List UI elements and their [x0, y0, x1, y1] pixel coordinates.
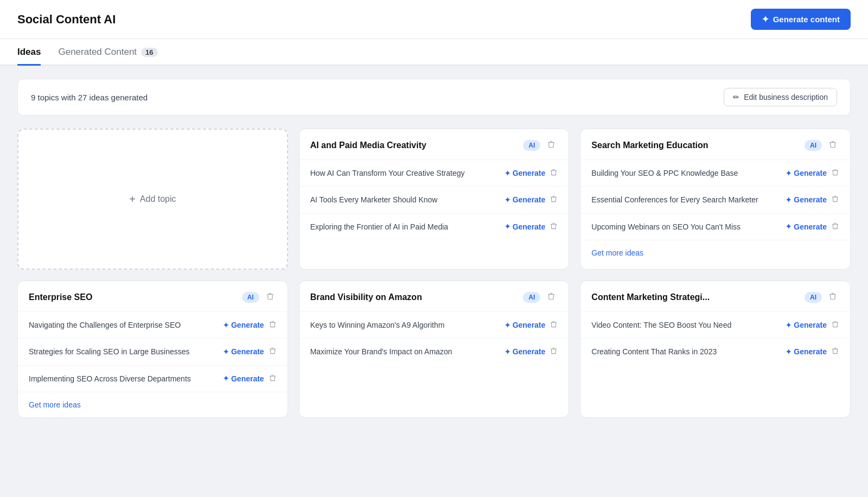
idea-row-brand-amazon-1: Maximize Your Brand's Impact on Amazon✦G… [299, 339, 569, 365]
ai-badge-content-marketing: AI [805, 292, 822, 303]
delete-idea-icon-enterprise-seo-0[interactable] [269, 320, 277, 330]
generate-idea-button-enterprise-seo-1[interactable]: ✦Generate [223, 347, 264, 356]
idea-text-search-marketing-2: Upcoming Webinars on SEO You Can't Miss [591, 221, 779, 232]
svg-rect-1 [550, 141, 553, 142]
svg-rect-28 [551, 349, 557, 349]
tabs-bar: Ideas Generated Content 16 [0, 39, 868, 66]
topic-header-actions-brand-amazon: AI [523, 291, 558, 304]
delete-idea-icon-enterprise-seo-1[interactable] [269, 347, 277, 356]
generate-sparkle-icon: ✦ [505, 196, 510, 204]
generate-idea-button-search-marketing-1[interactable]: ✦Generate [786, 195, 827, 204]
svg-rect-7 [552, 223, 555, 224]
delete-idea-icon-ai-paid-media-1[interactable] [550, 195, 558, 205]
get-more-ideas-enterprise-seo: Get more ideas [18, 392, 288, 417]
generate-sparkle-icon: ✦ [786, 321, 792, 329]
generate-idea-button-ai-paid-media-2[interactable]: ✦Generate [505, 222, 546, 231]
edit-business-description-button[interactable]: ✏ Edit business description [724, 88, 837, 106]
generate-idea-button-ai-paid-media-1[interactable]: ✦Generate [505, 195, 546, 204]
get-more-ideas-search-marketing: Get more ideas [580, 240, 850, 265]
get-more-ideas-link-enterprise-seo[interactable]: Get more ideas [29, 400, 81, 409]
delete-idea-icon-search-marketing-2[interactable] [831, 222, 839, 232]
idea-actions-ai-paid-media-2: ✦Generate [505, 222, 558, 232]
topic-card-ai-paid-media: AI and Paid Media CreativityAIHow AI Can… [299, 129, 570, 270]
delete-idea-icon-search-marketing-1[interactable] [831, 195, 839, 205]
svg-rect-31 [831, 293, 834, 294]
svg-rect-13 [834, 196, 837, 196]
svg-rect-24 [548, 294, 554, 295]
svg-rect-34 [832, 349, 838, 349]
svg-rect-26 [551, 322, 557, 323]
generate-idea-button-search-marketing-0[interactable]: ✦Generate [786, 169, 827, 177]
idea-actions-search-marketing-2: ✦Generate [786, 222, 839, 232]
generate-idea-button-brand-amazon-0[interactable]: ✦Generate [505, 321, 546, 329]
delete-idea-icon-brand-amazon-0[interactable] [550, 320, 558, 330]
tab-ideas[interactable]: Ideas [17, 39, 41, 66]
delete-idea-icon-brand-amazon-1[interactable] [550, 347, 558, 356]
generate-btn-label: Generate [231, 347, 264, 356]
svg-rect-3 [552, 169, 555, 170]
svg-rect-18 [270, 322, 276, 323]
get-more-ideas-link-search-marketing[interactable]: Get more ideas [591, 248, 643, 257]
generate-idea-button-search-marketing-2[interactable]: ✦Generate [786, 222, 827, 231]
svg-rect-21 [271, 348, 274, 348]
svg-rect-15 [834, 223, 837, 224]
topic-card-search-marketing: Search Marketing EducationAIBuilding You… [580, 129, 851, 270]
topic-title-search-marketing: Search Marketing Education [591, 141, 805, 150]
generate-idea-button-content-marketing-1[interactable]: ✦Generate [786, 347, 827, 356]
idea-row-enterprise-seo-0: Navigating the Challenges of Enterprise … [18, 312, 288, 339]
generate-idea-button-enterprise-seo-2[interactable]: ✦Generate [223, 374, 264, 383]
delete-idea-icon-search-marketing-0[interactable] [831, 168, 839, 178]
sparkle-icon: ✦ [762, 14, 769, 24]
generate-idea-button-ai-paid-media-0[interactable]: ✦Generate [505, 169, 546, 177]
idea-actions-enterprise-seo-2: ✦Generate [223, 374, 277, 384]
topic-header-actions-search-marketing: AI [805, 139, 839, 152]
svg-rect-4 [551, 197, 557, 197]
svg-rect-30 [829, 294, 836, 295]
svg-rect-35 [834, 348, 837, 348]
topic-title-ai-paid-media: AI and Paid Media Creativity [310, 141, 524, 150]
generate-btn-label: Generate [231, 374, 264, 383]
delete-idea-icon-content-marketing-0[interactable] [831, 320, 839, 330]
svg-rect-8 [829, 142, 836, 143]
generate-sparkle-icon: ✦ [505, 348, 510, 356]
ai-badge-search-marketing: AI [805, 140, 822, 151]
idea-row-enterprise-seo-2: Implementing SEO Across Diverse Departme… [18, 366, 288, 392]
delete-topic-icon-search-marketing[interactable] [826, 139, 839, 152]
app-container: Social Content AI ✦ Generate content Ide… [0, 0, 868, 497]
delete-topic-icon-content-marketing[interactable] [826, 291, 839, 304]
add-topic-plus-icon: + [129, 193, 136, 206]
idea-text-content-marketing-0: Video Content: The SEO Boost You Need [591, 320, 779, 330]
tab-generated-badge: 16 [141, 48, 157, 57]
idea-row-search-marketing-2: Upcoming Webinars on SEO You Can't Miss✦… [580, 214, 850, 240]
delete-idea-icon-ai-paid-media-2[interactable] [550, 222, 558, 232]
delete-idea-icon-content-marketing-1[interactable] [831, 347, 839, 356]
edit-desc-label: Edit business description [744, 93, 828, 101]
add-topic-card[interactable]: + Add topic [17, 129, 288, 270]
delete-topic-icon-ai-paid-media[interactable] [545, 139, 558, 152]
tab-generated-content[interactable]: Generated Content 16 [58, 39, 157, 66]
delete-topic-icon-enterprise-seo[interactable] [264, 291, 277, 304]
topic-card-header-enterprise-seo: Enterprise SEOAI [18, 281, 288, 312]
generate-idea-button-brand-amazon-1[interactable]: ✦Generate [505, 347, 546, 356]
topic-card-header-brand-amazon: Brand Visibility on AmazonAI [299, 281, 569, 312]
generate-idea-button-enterprise-seo-0[interactable]: ✦Generate [223, 321, 264, 329]
idea-actions-enterprise-seo-0: ✦Generate [223, 320, 277, 330]
topic-card-header-search-marketing: Search Marketing EducationAI [580, 129, 850, 160]
svg-rect-11 [834, 169, 837, 170]
idea-actions-ai-paid-media-1: ✦Generate [505, 195, 558, 205]
ai-badge-enterprise-seo: AI [242, 292, 259, 303]
idea-text-brand-amazon-0: Keys to Winning Amazon's A9 Algorithm [310, 320, 498, 330]
idea-text-ai-paid-media-0: How AI Can Transform Your Creative Strat… [310, 168, 498, 179]
generate-sparkle-icon: ✦ [786, 196, 792, 204]
generate-idea-button-content-marketing-0[interactable]: ✦Generate [786, 321, 827, 329]
delete-idea-icon-enterprise-seo-2[interactable] [269, 374, 277, 384]
delete-topic-icon-brand-amazon[interactable] [545, 291, 558, 304]
generate-content-button[interactable]: ✦ Generate content [751, 9, 851, 30]
tab-generated-label: Generated Content [58, 47, 137, 58]
delete-idea-icon-ai-paid-media-0[interactable] [550, 168, 558, 178]
pencil-icon: ✏ [733, 93, 739, 101]
idea-actions-content-marketing-0: ✦Generate [786, 320, 839, 330]
idea-text-ai-paid-media-1: AI Tools Every Marketer Should Know [310, 194, 498, 205]
topic-header-actions-content-marketing: AI [805, 291, 839, 304]
idea-row-search-marketing-1: Essential Conferences for Every Search M… [580, 187, 850, 213]
